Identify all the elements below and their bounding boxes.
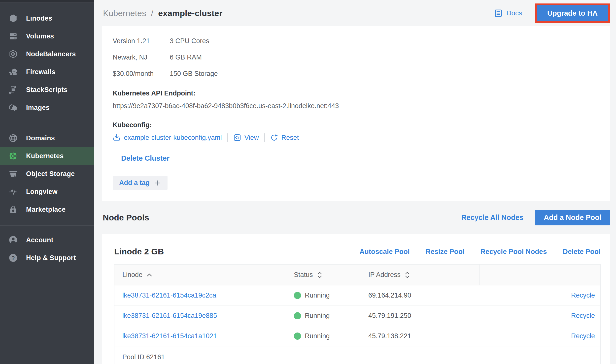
- status-label: Running: [305, 312, 330, 320]
- sort-both-icon: [405, 271, 410, 279]
- help-question-icon: ?: [8, 253, 18, 262]
- plus-icon: [154, 180, 161, 186]
- sidebar-divider: [0, 225, 94, 226]
- status-running-dot: [294, 292, 301, 299]
- sidebar-item-images[interactable]: Images: [0, 99, 94, 117]
- separator: [227, 133, 228, 142]
- pool-name: Linode 2 GB: [114, 247, 164, 256]
- sidebar-divider: [0, 126, 94, 126]
- pool-header: Linode 2 GB Autoscale Pool Resize Pool R…: [114, 247, 601, 256]
- node-pools-header: Node Pools Recycle All Nodes Add a Node …: [102, 201, 610, 234]
- recycle-pool-nodes-link[interactable]: Recycle Pool Nodes: [480, 248, 547, 256]
- sidebar-item-domains[interactable]: Domains: [0, 129, 94, 147]
- recycle-node-link[interactable]: Recycle: [571, 312, 595, 320]
- sidebar-item-label: Marketplace: [26, 206, 66, 213]
- add-tag-label: Add a tag: [119, 179, 150, 187]
- volumes-icon: [8, 32, 18, 41]
- sidebar-item-label: NodeBalancers: [26, 50, 76, 58]
- delete-cluster-link[interactable]: Delete Cluster: [121, 154, 170, 162]
- column-header-actions: [479, 265, 600, 285]
- cluster-price: $30.00/month: [113, 70, 170, 78]
- images-icon: [8, 103, 18, 112]
- sidebar-item-firewalls[interactable]: Firewalls: [0, 63, 94, 81]
- cluster-cpu: 3 CPU Cores: [170, 37, 209, 45]
- sidebar-item-label: Firewalls: [26, 68, 55, 76]
- sidebar-item-longview[interactable]: Longview: [0, 183, 94, 201]
- sidebar-item-label: StackScripts: [26, 86, 68, 94]
- svg-text:?: ?: [11, 255, 15, 261]
- node-pools-title: Node Pools: [103, 213, 149, 222]
- column-label: Linode: [122, 271, 142, 279]
- kubeconfig-reset-link[interactable]: Reset: [270, 134, 299, 142]
- sidebar-item-kubernetes[interactable]: Kubernetes: [0, 147, 94, 165]
- linode-link[interactable]: lke38731-62161-6154ca19e885: [122, 312, 217, 320]
- sidebar-item-nodebalancers[interactable]: NodeBalancers: [0, 45, 94, 63]
- marketplace-bag-icon: [8, 205, 18, 214]
- action-cell: Recycle: [479, 306, 600, 326]
- recycle-all-nodes-link[interactable]: Recycle All Nodes: [461, 213, 523, 222]
- sort-asc-icon: [146, 273, 152, 277]
- ip-cell: 45.79.191.250: [360, 306, 479, 326]
- resize-pool-link[interactable]: Resize Pool: [426, 248, 465, 256]
- table-row: lke38731-62161-6154ca19c2ca Running 69.1…: [114, 285, 600, 306]
- docs-link[interactable]: Docs: [494, 9, 522, 17]
- sidebar-item-marketplace[interactable]: Marketplace: [0, 201, 94, 218]
- sidebar-item-linodes[interactable]: Linodes: [0, 9, 94, 27]
- column-header-linode[interactable]: Linode: [114, 265, 286, 285]
- sidebar-item-volumes[interactable]: Volumes: [0, 27, 94, 45]
- globe-icon: [8, 134, 18, 143]
- spec-row: Newark, NJ 6 GB RAM: [113, 54, 600, 61]
- column-label: Status: [294, 271, 313, 279]
- docs-label: Docs: [506, 9, 522, 17]
- linode-cell: lke38731-62161-6154ca1a1021: [114, 326, 286, 346]
- recycle-node-link[interactable]: Recycle: [571, 292, 595, 299]
- pulse-icon: [8, 187, 18, 196]
- sidebar-item-help-support[interactable]: ? Help & Support: [0, 249, 94, 267]
- topbar-sliver: [0, 0, 94, 3]
- column-header-ip-address[interactable]: IP Address: [360, 265, 479, 285]
- pool-id-row: Pool ID 62161: [114, 346, 600, 364]
- ip-address: 45.79.138.221: [368, 332, 411, 340]
- spec-row: $30.00/month 150 GB Storage: [113, 70, 600, 78]
- download-icon: [113, 134, 121, 142]
- kubeconfig-view-link[interactable]: View: [233, 134, 259, 142]
- linode-cell: lke38731-62161-6154ca19c2ca: [114, 285, 286, 305]
- account-person-icon: [8, 236, 18, 244]
- add-tag-button[interactable]: Add a tag: [113, 176, 168, 190]
- linode-link[interactable]: lke38731-62161-6154ca19c2ca: [122, 292, 216, 299]
- kubeconfig-file-name: example-cluster-kubeconfig.yaml: [124, 134, 222, 142]
- status-cell: Running: [286, 306, 360, 326]
- cluster-storage: 150 GB Storage: [170, 70, 218, 78]
- api-endpoint-value: https://9e2a7307-b6ac-408f-ba62-9483b0b3…: [113, 102, 600, 110]
- annotation-highlight-box: Upgrade to HA: [535, 3, 610, 23]
- kubeconfig-label: Kubeconfig:: [113, 121, 600, 129]
- kubeconfig-download-link[interactable]: example-cluster-kubeconfig.yaml: [113, 134, 222, 142]
- sidebar: Linodes Volumes: [0, 0, 94, 364]
- kubeconfig-actions: example-cluster-kubeconfig.yaml View: [113, 133, 600, 142]
- kubernetes-wheel-icon: [8, 152, 18, 160]
- breadcrumb-separator: /: [151, 8, 153, 18]
- pool-id-label: Pool ID 62161: [122, 353, 165, 361]
- sidebar-item-label: Kubernetes: [26, 152, 64, 160]
- action-cell: Recycle: [479, 326, 600, 346]
- recycle-node-link[interactable]: Recycle: [571, 332, 595, 340]
- sidebar-item-object-storage[interactable]: Object Storage: [0, 165, 94, 183]
- breadcrumb-current: example-cluster: [158, 8, 222, 18]
- pool-actions: Autoscale Pool Resize Pool Recycle Pool …: [343, 248, 601, 256]
- status-label: Running: [305, 332, 330, 340]
- autoscale-pool-link[interactable]: Autoscale Pool: [359, 248, 410, 256]
- add-node-pool-button[interactable]: Add a Node Pool: [535, 210, 610, 225]
- nodebalancer-icon: [8, 50, 18, 59]
- sidebar-item-stackscripts[interactable]: StackScripts: [0, 81, 94, 99]
- sidebar-item-label: Images: [26, 104, 50, 112]
- column-header-status[interactable]: Status: [286, 265, 360, 285]
- spec-row: Version 1.21 3 CPU Cores: [113, 37, 600, 45]
- upgrade-to-ha-button[interactable]: Upgrade to HA: [537, 5, 608, 21]
- sidebar-item-account[interactable]: Account: [0, 231, 94, 249]
- bucket-icon: [8, 169, 18, 178]
- delete-pool-link[interactable]: Delete Pool: [563, 248, 601, 256]
- breadcrumb-section[interactable]: Kubernetes: [103, 8, 146, 18]
- linode-link[interactable]: lke38731-62161-6154ca1a1021: [122, 332, 217, 340]
- table-row: lke38731-62161-6154ca1a1021 Running 45.7…: [114, 326, 600, 346]
- sidebar-item-label: Linodes: [26, 15, 52, 22]
